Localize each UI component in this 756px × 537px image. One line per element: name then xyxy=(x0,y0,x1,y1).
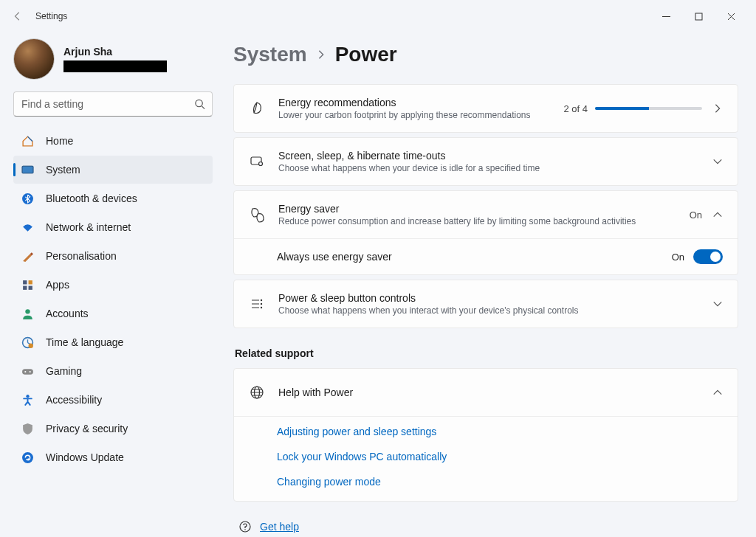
nav-accessibility[interactable]: Accessibility xyxy=(13,386,213,414)
card-screen-sleep[interactable]: Screen, sleep, & hibernate time-outs Cho… xyxy=(233,137,738,186)
card-title: Help with Power xyxy=(278,387,699,398)
subrow-label: Always use energy saver xyxy=(277,251,392,263)
main-content: System Power Energy recommendations Lowe… xyxy=(221,32,756,537)
search-icon xyxy=(194,99,205,110)
nav-label: Privacy & security xyxy=(46,423,128,434)
windows-update-icon xyxy=(21,451,34,464)
get-help-label: Get help xyxy=(260,521,299,533)
svg-point-14 xyxy=(29,370,30,372)
progress-label: 2 of 4 xyxy=(563,103,588,114)
profile-email-redacted xyxy=(63,60,167,72)
minimize-button[interactable] xyxy=(650,5,682,27)
svg-point-15 xyxy=(26,395,29,398)
sidebar: Arjun Sha Home System Bluetooth & device… xyxy=(0,32,221,537)
nav-windows-update[interactable]: Windows Update xyxy=(13,443,213,471)
card-title: Energy recommendations xyxy=(278,97,550,108)
search-input[interactable] xyxy=(13,91,213,117)
personalisation-icon xyxy=(21,249,34,263)
svg-rect-5 xyxy=(23,280,27,284)
breadcrumb-parent[interactable]: System xyxy=(233,43,307,66)
breadcrumb: System Power xyxy=(233,43,738,66)
gaming-icon xyxy=(21,364,34,378)
chevron-up-icon xyxy=(712,209,723,220)
svg-rect-8 xyxy=(28,285,32,289)
svg-point-9 xyxy=(25,309,30,313)
profile[interactable]: Arjun Sha xyxy=(13,32,213,90)
chevron-down-icon xyxy=(712,299,723,309)
system-icon xyxy=(21,163,34,176)
card-subtitle: Reduce power consumption and increase ba… xyxy=(278,216,676,226)
nav-label: Home xyxy=(46,135,73,147)
home-icon xyxy=(21,134,34,148)
always-energy-saver-row: Always use energy saver On xyxy=(234,238,738,274)
chevron-right-icon xyxy=(316,49,326,60)
back-button[interactable] xyxy=(9,7,27,25)
svg-rect-0 xyxy=(695,13,702,20)
card-title: Energy saver xyxy=(278,203,676,215)
nav-label: Network & internet xyxy=(46,221,131,233)
svg-point-13 xyxy=(24,370,26,372)
card-energy-recommendations[interactable]: Energy recommendations Lower your carbon… xyxy=(233,84,738,133)
maximize-button[interactable] xyxy=(682,5,715,27)
nav-label: Bluetooth & devices xyxy=(46,193,137,204)
toggle-state: On xyxy=(672,252,684,263)
card-subtitle: Choose what happens when your device is … xyxy=(278,163,699,173)
nav-label: Personalisation xyxy=(46,250,117,262)
close-button[interactable] xyxy=(715,5,747,27)
network-icon xyxy=(21,221,34,234)
energy-saver-state: On xyxy=(690,209,702,221)
help-link-mode[interactable]: Changing power mode xyxy=(277,470,723,488)
svg-point-11 xyxy=(28,343,32,347)
globe-icon xyxy=(249,384,265,401)
card-energy-saver-header[interactable]: Energy saver Reduce power consumption an… xyxy=(234,191,738,238)
svg-point-16 xyxy=(22,452,33,463)
nav-gaming[interactable]: Gaming xyxy=(13,357,213,385)
card-title: Screen, sleep, & hibernate time-outs xyxy=(278,150,699,162)
nav-home[interactable]: Home xyxy=(13,127,213,155)
svg-rect-7 xyxy=(23,285,27,289)
svg-rect-12 xyxy=(22,369,33,374)
breadcrumb-current: Power xyxy=(335,43,397,66)
nav-bluetooth[interactable]: Bluetooth & devices xyxy=(13,184,213,212)
svg-rect-2 xyxy=(22,166,33,173)
help-link-lock[interactable]: Lock your Windows PC automatically xyxy=(277,445,723,462)
svg-point-19 xyxy=(261,299,262,301)
nav-apps[interactable]: Apps xyxy=(13,271,213,299)
chevron-right-icon xyxy=(712,103,723,114)
svg-point-20 xyxy=(261,303,262,305)
always-energy-saver-toggle[interactable] xyxy=(693,249,723,264)
nav-system[interactable]: System xyxy=(13,156,213,184)
nav: Home System Bluetooth & devices Network … xyxy=(13,127,213,471)
card-subtitle: Choose what happens when you interact wi… xyxy=(278,305,699,316)
card-power-buttons[interactable]: Power & sleep button controls Choose wha… xyxy=(233,280,738,328)
svg-point-18 xyxy=(259,162,263,166)
related-support-heading: Related support xyxy=(235,347,738,359)
screen-icon xyxy=(249,153,265,170)
card-title: Power & sleep button controls xyxy=(278,292,699,304)
nav-label: Apps xyxy=(46,279,69,291)
help-link-adjusting[interactable]: Adjusting power and sleep settings xyxy=(277,420,723,437)
nav-personalisation[interactable]: Personalisation xyxy=(13,242,213,270)
card-subtitle: Lower your carbon footprint by applying … xyxy=(278,110,550,120)
nav-label: System xyxy=(46,164,80,176)
nav-label: Gaming xyxy=(46,365,82,377)
svg-point-1 xyxy=(196,100,202,106)
card-help-with-power: Help with Power Adjusting power and slee… xyxy=(233,368,738,502)
nav-time-language[interactable]: Time & language xyxy=(13,328,213,356)
privacy-icon xyxy=(21,422,34,435)
bluetooth-icon xyxy=(21,192,34,205)
get-help-link[interactable]: Get help xyxy=(239,521,738,533)
accounts-icon xyxy=(21,307,34,320)
nav-network[interactable]: Network & internet xyxy=(13,213,213,241)
avatar xyxy=(13,38,55,80)
leaf-icon xyxy=(249,100,265,117)
nav-label: Time & language xyxy=(46,336,123,348)
card-help-header[interactable]: Help with Power xyxy=(234,369,738,416)
nav-accounts[interactable]: Accounts xyxy=(13,299,213,328)
accessibility-icon xyxy=(21,393,34,406)
apps-icon xyxy=(21,278,34,291)
svg-rect-6 xyxy=(28,280,32,284)
titlebar: Settings xyxy=(0,0,756,32)
card-energy-saver: Energy saver Reduce power consumption an… xyxy=(233,190,738,275)
nav-privacy[interactable]: Privacy & security xyxy=(13,415,213,443)
